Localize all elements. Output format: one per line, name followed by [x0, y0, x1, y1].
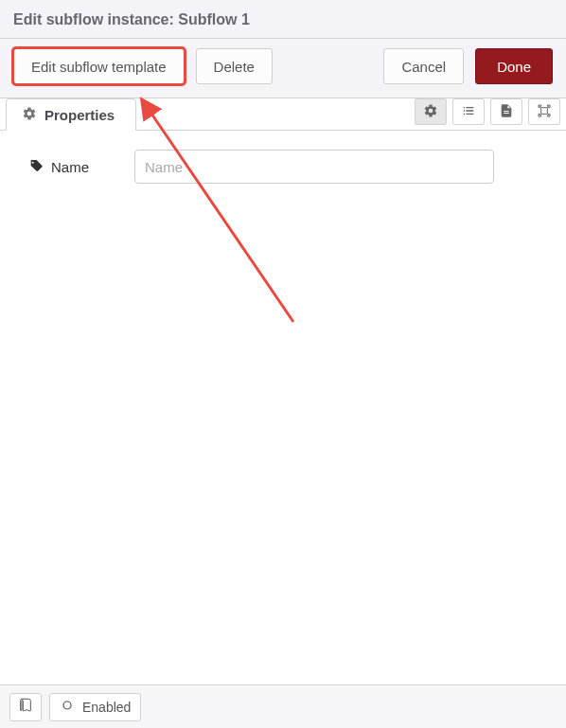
tab-properties[interactable]: Properties — [6, 98, 136, 131]
name-input[interactable] — [134, 150, 494, 184]
enabled-label: Enabled — [82, 700, 131, 715]
tab-bar: Properties — [0, 98, 566, 131]
edit-subflow-template-button[interactable]: Edit subflow template — [13, 48, 185, 84]
gear-icon — [22, 106, 37, 124]
footer-bar: Enabled — [0, 684, 566, 728]
name-label: Name — [51, 159, 89, 175]
toolbar-properties-button[interactable] — [415, 98, 447, 125]
tag-icon — [28, 158, 44, 176]
tab-properties-label: Properties — [44, 107, 115, 123]
done-button[interactable]: Done — [475, 48, 553, 84]
toolbar-env-button[interactable] — [452, 98, 485, 125]
gear-icon — [423, 103, 438, 121]
action-bar: Edit subflow template Delete Cancel Done — [0, 39, 566, 98]
name-label-wrap: Name — [28, 158, 123, 176]
delete-button[interactable]: Delete — [196, 48, 273, 84]
file-icon — [499, 103, 514, 121]
properties-panel: Name — [0, 131, 566, 685]
name-row: Name — [28, 150, 538, 184]
toolbar-appearance-button[interactable] — [528, 98, 560, 125]
group-select-icon — [537, 103, 552, 121]
circle-icon — [60, 698, 75, 716]
list-icon — [461, 103, 476, 121]
toolbar-description-button[interactable] — [490, 98, 522, 125]
edit-toolbar — [415, 98, 566, 125]
cancel-button[interactable]: Cancel — [383, 48, 464, 84]
book-icon — [18, 698, 33, 716]
panel-title: Edit subflow instance: Subflow 1 — [13, 11, 549, 28]
help-button[interactable] — [9, 693, 42, 721]
svg-point-0 — [63, 701, 71, 709]
enabled-toggle[interactable]: Enabled — [49, 693, 141, 721]
